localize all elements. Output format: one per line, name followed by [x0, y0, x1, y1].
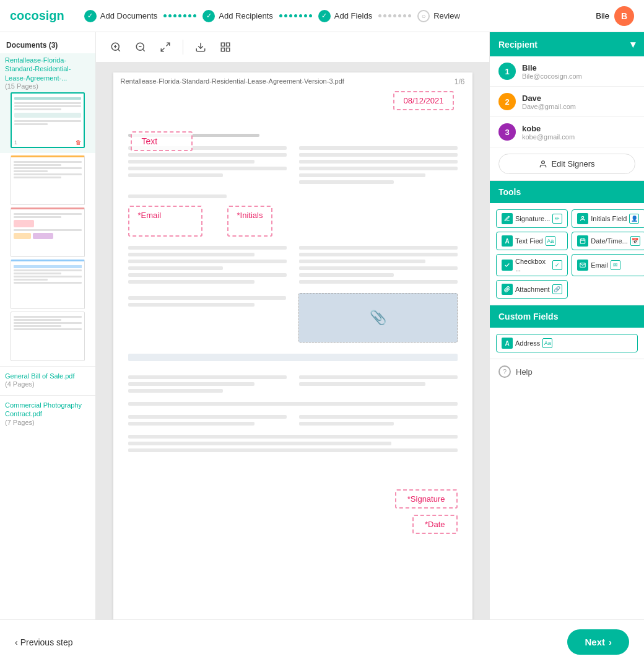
- dot: [173, 14, 176, 17]
- signature-tool-button[interactable]: Signature... ✏: [496, 209, 568, 228]
- main-layout: Documents (3) Rentallease-Florida-Standa…: [0, 32, 644, 619]
- sidebar-item-doc-3[interactable]: Commercial Photography Contract.pdf (7 P…: [0, 395, 95, 429]
- text-tool-icon: A: [502, 235, 513, 247]
- doc-pages-3: (7 Pages): [5, 419, 90, 426]
- dot: [183, 14, 186, 17]
- content-area: Rentallease-Florida-Standard-Residential…: [96, 32, 489, 619]
- step-add-recipients[interactable]: ✓ Add Recipients: [202, 10, 272, 22]
- zoom-in-button[interactable]: [106, 37, 126, 57]
- step-dots-3: [378, 14, 411, 17]
- signature-field-overlay[interactable]: *Signature: [395, 489, 458, 509]
- svg-point-15: [582, 216, 584, 218]
- svg-rect-13: [221, 48, 224, 51]
- attachment-tool-button[interactable]: Attachment 🔗: [496, 280, 568, 299]
- edit-signers-label: Edit Signers: [551, 159, 594, 168]
- doc-filename: Rentallease-Florida-Standard-Residential…: [121, 77, 344, 85]
- page-thumbnail-1: 1 🗑: [11, 92, 85, 148]
- download-button[interactable]: [191, 37, 211, 57]
- step-check-icon: ✓: [202, 10, 215, 22]
- recipient-name-2: Dave: [522, 94, 635, 103]
- help-section[interactable]: ? Help: [490, 359, 644, 384]
- toolbar: [96, 32, 489, 63]
- address-field-button[interactable]: A Address Aa: [496, 334, 638, 352]
- user-name: Bile: [596, 11, 609, 20]
- date-field-overlay[interactable]: 08/12/2021: [393, 91, 453, 110]
- svg-point-14: [542, 160, 545, 164]
- dot: [294, 14, 297, 17]
- recipient-panel-header[interactable]: Recipient ▾: [490, 32, 644, 56]
- sidebar-item-doc-1[interactable]: Rentallease-Florida-Standard-Residential…: [0, 53, 95, 153]
- page-options-button[interactable]: [215, 37, 235, 57]
- svg-rect-12: [227, 48, 230, 51]
- address-field-icon: A: [502, 338, 513, 349]
- recipient-info-3: kobe kobe@gmail.com: [522, 124, 635, 141]
- checkbox-tool-icon: [502, 260, 513, 271]
- step-dots-2: [279, 14, 312, 17]
- header: cocosign ✓ Add Documents ✓ Add Recipient…: [0, 0, 644, 32]
- recipient-info-2: Dave Dave@gmail.com: [522, 94, 635, 110]
- page-thumbnail-5[interactable]: [11, 312, 85, 361]
- initials-tool-button[interactable]: Initials Field 👤: [572, 209, 644, 228]
- previous-step-button[interactable]: ‹ Previous step: [15, 637, 73, 647]
- svg-line-5: [142, 49, 144, 51]
- recipient-num-2: 2: [498, 93, 516, 110]
- recipient-num-1: 1: [498, 63, 516, 80]
- dot: [178, 14, 181, 17]
- recipient-email-2: Dave@gmail.com: [522, 103, 635, 110]
- next-chevron-icon: ›: [609, 637, 612, 647]
- recipient-section: Recipient ▾ 1 Bile Bile@cocosign.com 2 D…: [490, 32, 644, 181]
- page-thumbnail-4[interactable]: [11, 260, 85, 309]
- dot: [163, 14, 167, 17]
- next-label: Next: [585, 637, 605, 647]
- step-check-icon: ✓: [318, 10, 331, 22]
- edit-signers-button[interactable]: Edit Signers: [498, 154, 635, 174]
- checkbox-tool-label: Checkbox ...: [515, 258, 550, 273]
- user-avatar: B: [614, 6, 634, 26]
- text-tool-label: Text Fied: [515, 237, 543, 245]
- recipient-item-2[interactable]: 2 Dave Dave@gmail.com: [490, 87, 644, 117]
- custom-fields-list: A Address Aa: [490, 328, 644, 359]
- checkbox-tool-button[interactable]: Checkbox ... ✓: [496, 254, 568, 276]
- signature-tool-label: Signature...: [515, 215, 550, 222]
- doc-page: Rentallease-Florida-Standard-Residential…: [113, 72, 472, 619]
- text-tool-button[interactable]: A Text Fied Aa: [496, 232, 568, 250]
- svg-line-1: [118, 49, 120, 51]
- email-edit-icon: ✉: [611, 260, 620, 270]
- attachment-tool-icon: [502, 284, 513, 295]
- page-thumbnail-3[interactable]: [11, 208, 85, 257]
- recipient-item-3[interactable]: 3 kobe kobe@gmail.com: [490, 117, 644, 147]
- next-button[interactable]: Next ›: [567, 629, 629, 655]
- recipient-title: Recipient: [498, 40, 537, 50]
- text-field-overlay[interactable]: Text: [131, 131, 193, 151]
- fit-button[interactable]: [155, 37, 175, 57]
- step-circle-icon: ○: [417, 10, 430, 22]
- step-dots-1: [163, 14, 196, 17]
- email-tool-icon: [577, 260, 588, 271]
- doc-name-3: Commercial Photography Contract.pdf: [5, 401, 90, 419]
- svg-rect-10: [221, 43, 224, 46]
- recipient-name-3: kobe: [522, 124, 635, 133]
- page-thumbnail-2[interactable]: [11, 155, 85, 205]
- recipient-item-1[interactable]: 1 Bile Bile@cocosign.com: [490, 56, 644, 87]
- step-add-documents[interactable]: ✓ Add Documents: [84, 10, 158, 22]
- dot: [393, 14, 396, 17]
- initials-field-overlay[interactable]: *Initials: [227, 206, 273, 237]
- address-edit-icon: Aa: [542, 338, 552, 348]
- datetime-tool-button[interactable]: Date/Time... 📅: [572, 232, 644, 250]
- date-field2-overlay[interactable]: *Date: [412, 515, 458, 534]
- email-tool-button[interactable]: Email ✉: [572, 254, 644, 276]
- email-field-overlay[interactable]: *Email: [128, 206, 202, 237]
- doc-name-2: General Bill of Sale.pdf: [5, 372, 90, 380]
- datetime-tool-icon: [577, 235, 588, 247]
- attachment-edit-icon: 🔗: [552, 284, 562, 294]
- checkbox-edit-icon: ✓: [552, 260, 562, 270]
- sidebar-item-doc-2[interactable]: General Bill of Sale.pdf (4 Pages): [0, 366, 95, 390]
- step-add-fields[interactable]: ✓ Add Fields: [318, 10, 372, 22]
- prev-chevron-icon: ‹: [15, 637, 18, 647]
- zoom-out-button[interactable]: [131, 37, 150, 57]
- thumb-page-num: 1: [14, 139, 17, 146]
- sidebar-title: Documents (3): [0, 37, 95, 53]
- initials-tool-label: Initials Field: [591, 215, 627, 222]
- thumb-delete-icon[interactable]: 🗑: [76, 139, 81, 146]
- step-review[interactable]: ○ Review: [417, 10, 460, 22]
